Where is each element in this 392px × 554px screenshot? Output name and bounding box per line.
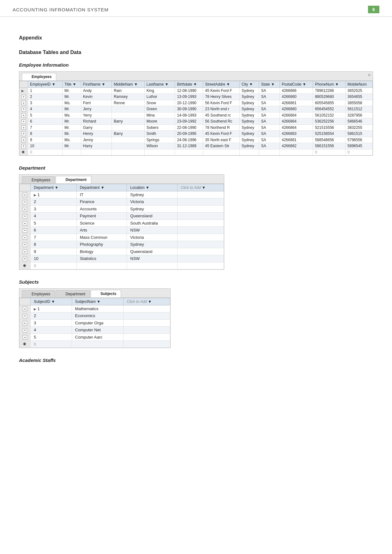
tab-employees-icon	[27, 76, 30, 77]
cell-postal: 4266860	[280, 94, 313, 100]
cell-subj-id: 3	[31, 319, 72, 327]
col-state[interactable]: State ▼	[259, 81, 280, 88]
expand-btn[interactable]: +	[21, 138, 26, 142]
expand-btn[interactable]: +	[21, 95, 26, 99]
cell-city: Sydney	[239, 100, 259, 106]
expand-btn[interactable]: +	[23, 314, 27, 318]
cell-dept-extra	[178, 191, 224, 198]
dept-col-location[interactable]: Location ▼	[127, 184, 178, 191]
cell-city: Sydney	[239, 137, 259, 143]
col-birthdate[interactable]: Birthdate ▼	[175, 81, 203, 88]
cell-middle: Renne	[112, 100, 145, 106]
cell-postal: 4266866	[280, 88, 313, 94]
expand-btn[interactable]: +	[23, 328, 27, 333]
cell-title: Ms.	[63, 100, 81, 106]
cell-id: 8	[28, 131, 63, 137]
expand-btn[interactable]: +	[23, 321, 27, 325]
cell-phone: 586151556	[313, 143, 346, 149]
cell-birth: 31-12-1989	[175, 143, 203, 149]
tab-dept-employees[interactable]: Employees	[22, 176, 55, 184]
col-employeeid[interactable]: EmployeeID ▼	[28, 81, 63, 88]
row-selector: +	[20, 248, 31, 255]
cell-subj-id: ▶ 1	[31, 305, 72, 312]
cell-dept-name: Statistics	[76, 255, 127, 262]
cell-street: 45 Kevin Ford F	[203, 131, 239, 137]
expand-btn[interactable]: +	[23, 243, 27, 247]
table-row: + 4 Mr. Jerry Green 30-09-1990 23 North …	[20, 106, 373, 112]
col-postalcode[interactable]: PostalCode ▼	[280, 81, 313, 88]
subj-col-extra[interactable]: Click to Add ▼	[124, 298, 170, 305]
expand-btn[interactable]: +	[23, 250, 27, 254]
expand-btn[interactable]: +	[21, 113, 26, 117]
employee-grid-scroll: EmployeeID ▼ Title ▼ FirstName ▼ MiddleN…	[19, 81, 373, 155]
cell-birth: 12-08-1990	[175, 88, 203, 94]
subj-col-id[interactable]: SubjectID ▼	[31, 298, 72, 305]
col-mobilenum[interactable]: MobileNum	[346, 81, 373, 88]
cell-mobile: 3832255	[346, 124, 373, 131]
expand-btn[interactable]: +	[23, 228, 27, 233]
cell-title: Mr.	[63, 143, 81, 149]
expand-btn[interactable]: +	[23, 207, 27, 211]
expand-btn[interactable]: +	[21, 132, 26, 136]
tab-department[interactable]: Department	[56, 176, 91, 184]
tab-subj-employees-icon	[27, 294, 30, 294]
expand-btn[interactable]: +	[21, 107, 26, 111]
row-selector: +	[20, 312, 31, 320]
cell-city: Sydney	[239, 106, 259, 112]
cell-dept-name: Science	[76, 220, 127, 227]
col-title[interactable]: Title ▼	[63, 81, 81, 88]
close-button[interactable]: ✕	[368, 73, 371, 77]
col-city[interactable]: City ▼	[239, 81, 259, 88]
cell-dept-id: 2	[31, 198, 77, 206]
expand-btn[interactable]: +	[21, 144, 26, 148]
col-lastname[interactable]: LastName ▼	[144, 81, 175, 88]
cell-dept-id: ▶ 1	[31, 191, 77, 198]
expand-btn[interactable]: +	[23, 200, 27, 204]
cell-dept-extra	[178, 213, 224, 220]
cell-title: Mr.	[63, 118, 81, 125]
expand-btn[interactable]: +	[23, 307, 27, 311]
cell-dept-location: Queensland	[127, 248, 178, 255]
cell-id: 3	[28, 100, 63, 106]
cell-mobile: 5796556	[346, 137, 373, 143]
col-phonenum[interactable]: PhoneNum ▼	[313, 81, 346, 88]
tab-subjects[interactable]: Subjects	[91, 290, 121, 298]
expand-btn[interactable]: +	[21, 119, 26, 124]
cell-firstname: Yerry	[81, 112, 112, 118]
cell-dept-location: Queensland	[127, 213, 178, 220]
cell-lastname: Moore	[144, 118, 175, 125]
expand-btn[interactable]: +	[21, 125, 26, 130]
expand-btn[interactable]: +	[23, 214, 27, 219]
table-row: + 4 Payment Queensland	[20, 213, 224, 220]
cell-title: Mr.	[63, 94, 81, 100]
col-middlename[interactable]: MiddleNam ▼	[112, 81, 145, 88]
expand-btn[interactable]: +	[23, 257, 27, 261]
col-selector-header	[20, 81, 28, 88]
expand-btn[interactable]: +	[23, 193, 27, 197]
cell-dept-id: 4	[31, 213, 77, 220]
tab-subj-department[interactable]: Department	[56, 290, 90, 298]
col-firstname[interactable]: FirstName ▼	[81, 81, 112, 88]
row-selector: +	[20, 213, 31, 220]
cell-street: 45 Kevin Ford F	[203, 88, 239, 94]
expand-btn[interactable]: +	[23, 335, 27, 340]
tab-subj-employees[interactable]: Employees	[22, 290, 55, 298]
cell-city: Sydney	[239, 112, 259, 118]
arrow-right-icon: ▶	[21, 89, 24, 93]
dept-col-id[interactable]: Department ▼	[31, 184, 77, 191]
tab-dept-employees-icon	[27, 180, 30, 180]
tab-dept-employees-label: Employees	[32, 178, 50, 182]
expand-btn[interactable]: +	[23, 221, 27, 226]
dept-col-extra[interactable]: Click to Add ▼	[178, 184, 224, 191]
col-streetaddr[interactable]: StreetAddre ▼	[203, 81, 239, 88]
cell-street: 45 Southend rc	[203, 112, 239, 118]
tab-employees[interactable]: Employees	[22, 73, 56, 81]
row-selector: +	[20, 227, 31, 234]
expand-btn[interactable]: +	[21, 101, 26, 105]
dept-col-selector	[20, 184, 31, 191]
cell-middle: Barry	[112, 118, 145, 125]
expand-btn[interactable]: +	[23, 235, 27, 240]
cell-state: SA	[259, 88, 280, 94]
dept-col-name[interactable]: Department ▼	[76, 184, 127, 191]
subj-col-name[interactable]: SubjectNam ▼	[72, 298, 124, 305]
